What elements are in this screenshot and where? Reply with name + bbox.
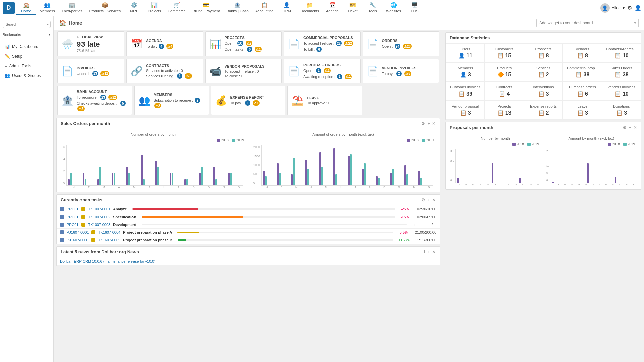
- nav-item-accounting[interactable]: 📋 Accounting: [252, 1, 277, 15]
- bookmarks-row[interactable]: Bookmarks ▾: [0, 30, 53, 39]
- task-proj-link[interactable]: PROJ1: [67, 207, 78, 211]
- nav-item-billing[interactable]: 💳 Billing | Payment: [189, 1, 223, 15]
- card-leave[interactable]: ⛱️ LEAVE To approve : 0: [287, 86, 362, 115]
- filter-icon[interactable]: ⚙: [421, 121, 425, 126]
- card-members[interactable]: 👥 MEMBERS Subscription to receive : 2 ⚠2: [134, 86, 209, 115]
- nav-item-third-parties[interactable]: 🏢 Third-parties: [58, 1, 86, 15]
- nav-item-documents[interactable]: 📁 Documents: [297, 1, 322, 15]
- proposals-add-icon[interactable]: +: [629, 125, 631, 130]
- proposals-filter-icon[interactable]: ⚙: [623, 125, 627, 130]
- task-proj-link[interactable]: PROJ1: [67, 223, 78, 227]
- search-input[interactable]: [3, 21, 51, 28]
- sidebar-item-users-groups[interactable]: 👥 Users & Groups: [0, 71, 53, 80]
- card-orders[interactable]: 📄 ORDERS Open : 24 ⚠23: [363, 31, 439, 56]
- db-stat-users[interactable]: Users 👤 11: [446, 43, 485, 62]
- db-stat-prospects[interactable]: Prospects 📋 8: [524, 43, 563, 62]
- table-row[interactable]: PROJ1 TK1007-0002 Specification -15% 02:…: [57, 213, 440, 221]
- nav-item-members[interactable]: 👥 Members: [36, 1, 58, 15]
- task-proj-link[interactable]: PJ1607-0001: [67, 230, 89, 234]
- card-expense-report[interactable]: 💰 EXPENSE REPORT To pay : 1 ⚠1: [211, 86, 286, 115]
- db-stat-vendor-proposal[interactable]: Vendor proposal 📋 3: [446, 101, 485, 120]
- task-proj-link[interactable]: PROJ1: [67, 215, 78, 219]
- add-chart-icon[interactable]: +: [427, 121, 430, 126]
- nav-item-tools[interactable]: 🔧 Tools: [363, 1, 383, 15]
- card-contracts[interactable]: 🔗 CONTRACTS Services to activate : 0 Ser…: [126, 59, 203, 83]
- user-settings-icon[interactable]: 👤: [635, 5, 641, 11]
- proposals-legend-2018: 2018: [512, 142, 524, 146]
- db-stat-customer-invoices[interactable]: Customer invoices 📋 39: [446, 81, 485, 101]
- logo[interactable]: D: [3, 2, 15, 14]
- nav-item-mrp[interactable]: ⚙️ MRP: [124, 1, 144, 15]
- nav-item-commerce[interactable]: 🛒 Commerce: [164, 1, 189, 15]
- card-agenda[interactable]: 📅 AGENDA To do : 4 ⚠4: [126, 31, 203, 56]
- card-vendor-proposals[interactable]: 📹 VENDOR PROPOSALS To accept | refuse : …: [205, 59, 282, 83]
- db-stat-interventions[interactable]: Interventions 📋 3: [524, 81, 563, 101]
- news-info-icon[interactable]: ℹ: [424, 249, 425, 254]
- db-stat-expense-reports-value: 📋 2: [527, 110, 560, 116]
- task-id-link[interactable]: TK1007-0003: [88, 223, 110, 227]
- table-row[interactable]: PJ1607-0001 TK1607-0005 Project preparat…: [57, 236, 440, 244]
- db-stat-expense-reports[interactable]: Expense reports 📋 2: [524, 101, 563, 120]
- news-add-icon[interactable]: +: [427, 249, 430, 254]
- db-stat-purchase-orders[interactable]: Purchase orders 📋 6: [563, 81, 602, 101]
- db-stat-projects[interactable]: Projects 📋 13: [485, 101, 524, 120]
- card-bank-account[interactable]: 🏦 BANK ACCOUNT To reconcile : 23 ⚠12 Che…: [57, 86, 132, 115]
- task-id-link[interactable]: TK1607-0005: [98, 238, 120, 242]
- user-menu[interactable]: 👤 Alice ▾: [600, 3, 625, 13]
- nav-item-ticket[interactable]: 🎫 Ticket: [342, 1, 363, 15]
- nav-item-pos[interactable]: 🖥️ POS: [405, 1, 425, 15]
- nav-item-products-services[interactable]: 📦 Products | Services: [86, 1, 124, 15]
- list-item[interactable]: Dolibarr ERP CRM 10.0.6 (maintenance rel…: [57, 257, 440, 266]
- sidebar-item-setup[interactable]: ✏️ Setup: [0, 51, 53, 61]
- db-stat-services[interactable]: Services 📋 2: [524, 62, 563, 81]
- task-id-link[interactable]: TK1007-0001: [88, 207, 110, 211]
- db-stat-customers[interactable]: Customers 📋 15: [485, 43, 524, 62]
- nav-item-agenda[interactable]: 📅 Agenda: [322, 1, 342, 15]
- nav-item-banks[interactable]: 🏦 Banks | Cash: [223, 1, 252, 15]
- sidebar-item-admin-tools[interactable]: ≡ Admin Tools: [0, 61, 53, 71]
- card-commercial-proposals[interactable]: 📄 COMMERCIAL PROPOSALS To accept | refus…: [284, 31, 361, 56]
- settings-icon[interactable]: ⚙: [627, 5, 632, 11]
- tasks-close-icon[interactable]: ✕: [432, 197, 436, 202]
- close-chart-icon[interactable]: ✕: [432, 121, 436, 126]
- add-widget-input[interactable]: [536, 19, 630, 27]
- card-purchase-orders[interactable]: 📄 PURCHASE ORDERS Open : 1 ⚠1 Awaiting r…: [284, 59, 361, 83]
- nav-item-websites[interactable]: 🌐 Websites: [383, 1, 405, 15]
- card-vendor-invoices[interactable]: 📄 VENDOR INVOICES To pay : 2 ⚠5: [363, 59, 439, 83]
- customer-invoices-icon: 📋: [458, 90, 465, 97]
- db-stat-products[interactable]: Products 🔶 15: [485, 62, 524, 81]
- card-invoices[interactable]: 📄 INVOICES Unpaid : 13 ⚠12: [57, 59, 124, 83]
- table-row[interactable]: PJ1607-0001 TK1607-0004 Project preparat…: [57, 229, 440, 236]
- db-stat-sales-orders[interactable]: Sales Orders 📋 38: [602, 62, 641, 81]
- third-parties-icon: 🏢: [69, 2, 75, 8]
- task-id-link[interactable]: TK1607-0004: [98, 230, 120, 234]
- search-dropdown-arrow[interactable]: ▾: [47, 23, 49, 26]
- db-stat-commercial-prop-value: 📋 38: [566, 71, 599, 78]
- card-global-view[interactable]: 🌧️ GLOBAL VIEW 93 late 75.61% late: [57, 31, 124, 56]
- table-row[interactable]: PROJ1 TK1007-0003 Development --:-- ---/…: [57, 221, 440, 229]
- bookmarks-chevron: ▾: [49, 32, 51, 37]
- task-id-link[interactable]: TK1007-0002: [88, 215, 110, 219]
- db-stat-donations[interactable]: Donations 📋 3: [602, 101, 641, 120]
- db-stat-contracts[interactable]: Contracts 📋 4: [485, 81, 524, 101]
- task-proj-link[interactable]: PJ1607-0001: [67, 238, 89, 242]
- nav-item-home[interactable]: 🏠 Home: [16, 1, 36, 15]
- db-stat-members[interactable]: Members 👤 3: [446, 62, 485, 81]
- proposals-close-icon[interactable]: ✕: [633, 125, 637, 130]
- db-stat-vendors-invoices[interactable]: Vendors invoices 📋 10: [602, 81, 641, 101]
- db-stat-contacts[interactable]: Contacts/Addres... 📋 10: [602, 43, 641, 62]
- nav-item-hrm[interactable]: 👤 HRM: [277, 1, 297, 15]
- nav-item-projects[interactable]: 📊 Projects: [144, 1, 164, 15]
- db-stat-leave[interactable]: Leave 📋 3: [563, 101, 602, 120]
- sidebar-item-dashboard[interactable]: 📊 My Dashboard: [0, 42, 53, 51]
- db-stat-vendors[interactable]: Vendors 📋 8: [563, 43, 602, 62]
- card-projects[interactable]: 📊 PROJECTS Open : 10 ⚠2 Open tasks : 0 ⚠…: [205, 31, 282, 56]
- tasks-filter-icon[interactable]: ⚙: [421, 197, 425, 202]
- projects-content: PROJECTS Open : 10 ⚠2 Open tasks : 0 ⚠1: [225, 36, 278, 52]
- breadcrumb-home-icon[interactable]: 🏠: [59, 19, 66, 27]
- add-widget-dropdown-btn[interactable]: ▾: [632, 19, 639, 27]
- news-close-icon[interactable]: ✕: [432, 249, 436, 254]
- db-stat-commercial-prop[interactable]: Commercial prop... 📋 38: [563, 62, 602, 81]
- tasks-add-icon[interactable]: +: [427, 197, 430, 202]
- table-row[interactable]: PROJ1 TK1007-0001 Analyze -25% 02:30/10:…: [57, 205, 440, 213]
